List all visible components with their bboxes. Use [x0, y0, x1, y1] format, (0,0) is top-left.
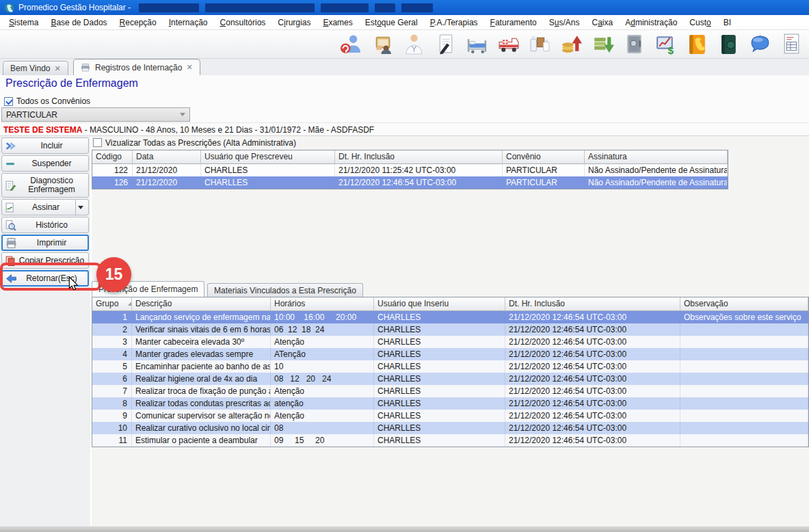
suspender-button[interactable]: Suspender [1, 155, 89, 172]
column-header[interactable]: Grupo [92, 297, 132, 311]
column-header[interactable]: Data [133, 150, 201, 164]
menu-p-a-terapias[interactable]: P.A./Terapias [424, 16, 484, 29]
menu-exames[interactable]: Exames [317, 16, 358, 29]
cell-observacao [680, 397, 808, 410]
cell-assinatura: Não Assinado/Pendente de Assinatura [585, 164, 728, 176]
column-header[interactable]: Dt. Hr. Inclusão [335, 150, 503, 164]
column-header[interactable]: Código [92, 150, 133, 164]
phonebook-icon[interactable] [685, 32, 709, 56]
table-row[interactable]: 9Comunicar supervisor se alteração no es… [92, 410, 808, 422]
button-label: Diagnostico Enfermagem [18, 176, 85, 194]
pharmacy-supplies-icon[interactable] [528, 32, 552, 56]
page-title: Prescrição de Enfermagem [5, 77, 138, 90]
sync-user-icon[interactable] [339, 32, 363, 56]
tab-close-icon[interactable]: ✕ [186, 63, 192, 72]
column-header[interactable]: Dt. Hr. Inclusão [505, 297, 680, 311]
menu-sistema[interactable]: Sistema [3, 16, 44, 29]
table-row[interactable]: 5Encaminhar paciente ao banho de aspers1… [92, 360, 808, 373]
column-header[interactable]: Usuário que Inseriu [374, 297, 505, 311]
cell-observacao [680, 422, 808, 434]
incluir-button[interactable]: Incluir [1, 137, 89, 154]
menu-interna-o[interactable]: Internação [163, 16, 214, 29]
visualizar-checkbox[interactable] [93, 138, 102, 147]
column-header[interactable]: Convênio [503, 150, 585, 164]
imprimir-button[interactable]: Imprimir [1, 235, 89, 251]
menu-bi[interactable]: BI [717, 16, 737, 29]
table-row[interactable]: 11Estimular o paciente a deambular09 15 … [92, 434, 808, 447]
cell-assinatura: Não Assinado/Pendente de Assinatura [585, 176, 728, 189]
historico-button[interactable]: Histórico [1, 217, 89, 233]
todos-convenios-checkbox[interactable] [4, 97, 13, 106]
tab-materiais-vinculados[interactable]: Materiais Vinculados a Esta Prescrição [207, 283, 363, 297]
cell-usuario: CHARLLES [374, 360, 505, 373]
column-header[interactable]: Horários [271, 297, 374, 311]
menu-faturamento[interactable]: Faturamento [484, 16, 543, 29]
table-row[interactable]: 10Realizar curativo oclusivo no local ci… [92, 422, 808, 434]
table-row[interactable]: 4Manter grades elevadas sempreATençãoCHA… [92, 348, 808, 360]
cell-grupo: 2 [92, 323, 132, 336]
menu-consult-rios[interactable]: Consultórios [214, 16, 272, 29]
menu-custo[interactable]: Custo [683, 16, 717, 29]
cell-dt_hr: 21/12/2020 12:46:54 UTC-03:00 [505, 348, 680, 360]
ledger-book-icon[interactable] [717, 32, 741, 56]
tab-bem-vindo[interactable]: Bem Vindo ✕ [3, 61, 68, 75]
payment-down-icon[interactable] [591, 32, 615, 56]
table-row[interactable]: 2Verificar sinais vitais de 6 em 6 horas… [92, 323, 808, 336]
patients-registry-icon[interactable] [371, 32, 395, 56]
menu-cirurgias[interactable]: Cirurgias [271, 16, 317, 29]
doctor-icon[interactable] [402, 32, 426, 56]
menu-recep-o[interactable]: Recepção [114, 16, 163, 29]
table-row[interactable]: 12221/12/2020CHARLLES21/12/2020 11:25:42… [92, 164, 728, 176]
column-header[interactable]: Usuário que Prescreveu [201, 150, 335, 164]
incluir-icon [5, 140, 16, 152]
cell-horarios: 09 15 20 [271, 434, 374, 447]
cell-usuario: CHARLLES [374, 323, 505, 336]
toolbar-icons: $ [0, 30, 809, 59]
cell-usuario: CHARLLES [374, 422, 505, 434]
annotation-step-badge: 15 [96, 257, 131, 292]
tab-close-icon[interactable]: ✕ [54, 64, 60, 73]
table-row[interactable]: 7Realizar troca de fixação de punção apó… [92, 385, 808, 397]
convenio-select[interactable]: PARTICULAR [1, 107, 190, 122]
prescription-document-icon[interactable] [434, 32, 457, 56]
tab-label: Bem Vindo [10, 64, 50, 73]
billing-icon[interactable]: $ [654, 32, 678, 56]
hospital-bed-icon[interactable] [465, 32, 489, 56]
table-row[interactable]: 1Lançando serviço de enfermagem na pre10… [92, 311, 808, 323]
tab-registros-internacao[interactable]: Registros de Internação ✕ [73, 59, 200, 75]
column-header[interactable]: Assinatura [585, 150, 728, 164]
patient-details: - MASCULINO - 48 Anos, 10 Meses e 21 Dia… [82, 125, 374, 135]
diagnostico-enfermagem-button[interactable]: Diagnostico Enfermagem [1, 173, 89, 198]
table-row[interactable]: 12621/12/2020CHARLLES21/12/2020 12:46:54… [92, 176, 728, 189]
table-row[interactable]: 8Realizar todas condutas prescritas ao p… [92, 397, 808, 410]
diagnostico-icon [5, 180, 16, 191]
revenue-up-icon[interactable] [559, 32, 583, 56]
column-header[interactable]: Observação [680, 297, 808, 311]
copiar-prescricao-button[interactable]: Copiar Prescrição [1, 252, 89, 269]
tab-label: Materiais Vinculados a Esta Prescrição [214, 286, 356, 295]
assinar-button[interactable]: Assinar [1, 199, 89, 215]
column-header[interactable]: Descrição [132, 297, 271, 311]
cell-descricao: Realizar troca de fixação de punção após [132, 385, 271, 397]
menu-estoque-geral[interactable]: Estoque Geral [359, 16, 424, 29]
button-label: Incluir [18, 142, 85, 150]
cell-usuario: CHARLLES [374, 373, 505, 385]
ambulance-icon[interactable] [496, 32, 520, 56]
visualizar-filter-row: Vizualizar Todas as Prescrições (Alta Ad… [92, 136, 809, 150]
cell-usuario: CHARLLES [374, 434, 505, 447]
menu-base-de-dados[interactable]: Base de Dados [44, 16, 113, 29]
table-row[interactable]: 3Manter cabeceira elevada 30ºAtençãoCHAR… [92, 336, 808, 348]
assinar-icon [5, 202, 16, 213]
menu-caixa[interactable]: Caixa [585, 16, 619, 29]
invoice-icon[interactable] [780, 32, 804, 56]
assinar-dropdown-arrow[interactable] [75, 200, 85, 215]
titlebar: Promedico Gestão Hospitalar - [0, 0, 809, 15]
chat-icon[interactable] [748, 32, 772, 56]
table-row[interactable]: 6Realizar higiene oral de 4x ao dia08 12… [92, 373, 808, 385]
cell-observacao: Observações sobre este serviço [680, 311, 808, 323]
safe-icon[interactable] [622, 32, 646, 56]
cell-dt_hr: 21/12/2020 12:46:54 UTC-03:00 [505, 410, 680, 422]
window-title: Promedico Gestão Hospitalar - [18, 3, 131, 12]
menu-sus-ans[interactable]: Sus/Ans [543, 16, 586, 29]
menu-administra-o[interactable]: Administração [619, 16, 683, 29]
